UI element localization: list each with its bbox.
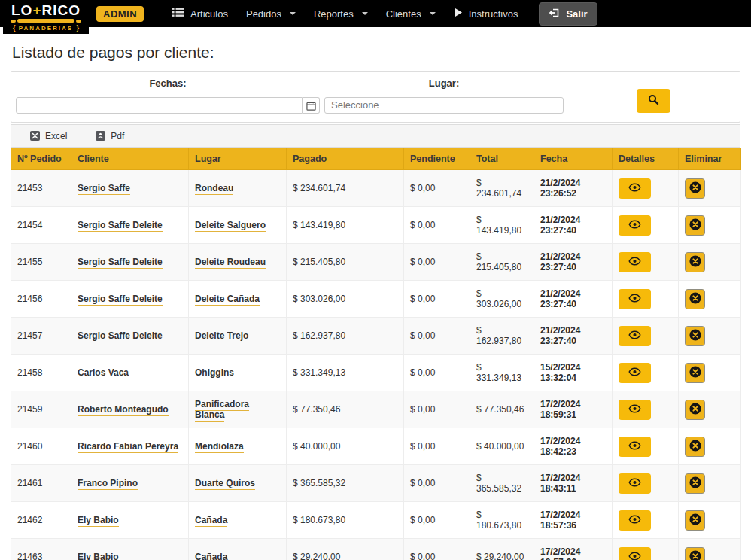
detalles-button[interactable] [619, 510, 651, 531]
cliente-link[interactable]: Ely Babio [78, 552, 119, 560]
header-cliente: Cliente [71, 148, 189, 170]
detalles-cell [613, 281, 679, 318]
lugar-link[interactable]: Deleite Roudeau [195, 257, 266, 269]
detalles-button[interactable] [619, 289, 651, 309]
lugar-cell: Panificadora Blanca [189, 391, 287, 428]
lugar-cell: Deleite Trejo [189, 318, 287, 355]
eliminar-button[interactable] [685, 326, 705, 346]
lugar-link[interactable]: Mendiolaza [195, 441, 244, 453]
eye-icon [628, 515, 641, 526]
detalles-cell [613, 465, 679, 502]
pagado-cell: $ 303.026,00 [287, 281, 404, 318]
detalles-button[interactable] [619, 473, 651, 494]
x-circle-icon [689, 403, 701, 417]
logout-button[interactable]: Salir [539, 2, 597, 26]
fecha-cell: 21/2/2024 23:27:40 [534, 281, 613, 318]
x-circle-icon [689, 476, 701, 491]
nav-item-clientes[interactable]: Clientes [377, 2, 445, 26]
cliente-link[interactable]: Sergio Saffe Deleite [78, 220, 163, 232]
cliente-cell: Sergio Saffe Deleite [71, 318, 189, 355]
calendar-icon[interactable] [303, 97, 320, 114]
cliente-link[interactable]: Roberto Monteagudo [78, 404, 169, 416]
detalles-button[interactable] [619, 215, 651, 236]
x-circle-icon [689, 218, 701, 233]
cliente-link[interactable]: Franco Pipino [78, 478, 138, 490]
eliminar-button[interactable] [685, 178, 705, 199]
pedido-cell: 21453 [11, 170, 71, 207]
eliminar-button[interactable] [685, 547, 705, 560]
cliente-link[interactable]: Sergio Saffe [78, 183, 130, 195]
lugar-link[interactable]: Deleite Cañada [195, 294, 260, 306]
payments-table: Nº Pedido Cliente Lugar Pagado Pendiente… [11, 148, 741, 560]
eliminar-button[interactable] [685, 437, 705, 457]
eliminar-button[interactable] [685, 252, 705, 272]
nav-item-articulos[interactable]: Articulos [163, 1, 237, 26]
detalles-button[interactable] [619, 326, 651, 346]
lugar-link[interactable]: Deleite Trejo [195, 330, 248, 342]
eliminar-button[interactable] [685, 400, 705, 420]
nav-item-pedidos[interactable]: Pedidos [237, 2, 305, 26]
lugar-cell: Deleite Salguero [189, 207, 287, 244]
detalles-cell [613, 318, 679, 355]
x-circle-icon [689, 550, 701, 560]
eliminar-cell [679, 391, 741, 428]
cliente-link[interactable]: Ely Babio [78, 515, 119, 527]
eye-icon [628, 220, 641, 231]
fecha-input[interactable] [16, 97, 303, 114]
lugar-link[interactable]: Duarte Quiros [195, 478, 255, 490]
table-row: 21455 Sergio Saffe Deleite Deleite Roude… [11, 244, 741, 281]
table-row: 21454 Sergio Saffe Deleite Deleite Salgu… [11, 207, 741, 244]
detalles-button[interactable] [619, 252, 651, 272]
admin-badge: ADMIN [96, 6, 144, 22]
table-row: 21462 Ely Babio Cañada $ 180.673,80 $ 0,… [11, 502, 741, 539]
eliminar-button[interactable] [685, 215, 705, 236]
eliminar-button[interactable] [685, 289, 705, 309]
detalles-button[interactable] [619, 178, 651, 199]
lugar-link[interactable]: Rondeau [195, 183, 233, 195]
table-row: 21458 Carlos Vaca Ohiggins $ 331.349,13 … [11, 355, 741, 391]
nav-item-reportes[interactable]: Reportes [305, 2, 377, 26]
detalles-button[interactable] [619, 400, 651, 420]
eliminar-button[interactable] [685, 363, 705, 383]
export-pdf-button[interactable]: Pdf [87, 128, 133, 145]
lugar-cell: Rondeau [189, 170, 287, 207]
lugar-select[interactable]: Seleccione [324, 97, 564, 114]
x-circle-icon [689, 366, 701, 380]
excel-icon [30, 131, 40, 141]
table-header-row: Nº Pedido Cliente Lugar Pagado Pendiente… [11, 148, 741, 170]
logo[interactable]: LO+RICO { PANADERIAS } [3, 0, 89, 34]
x-circle-icon [689, 513, 701, 528]
pendiente-cell: $ 0,00 [404, 465, 470, 502]
cliente-link[interactable]: Sergio Saffe Deleite [78, 294, 163, 306]
total-cell: $ 29.240,00 [470, 539, 534, 560]
search-button[interactable] [637, 89, 670, 113]
lugar-link[interactable]: Panificadora Blanca [195, 399, 249, 422]
table-row: 21459 Roberto Monteagudo Panificadora Bl… [11, 391, 741, 428]
nav-item-instructivos[interactable]: Instructivos [445, 1, 528, 26]
pedido-cell: 21456 [11, 281, 71, 318]
cliente-link[interactable]: Sergio Saffe Deleite [78, 330, 163, 342]
eliminar-button[interactable] [685, 510, 705, 531]
detalles-button[interactable] [619, 437, 651, 457]
fecha-cell: 21/2/2024 23:27:40 [534, 318, 613, 355]
detalles-button[interactable] [619, 363, 651, 383]
lugar-link[interactable]: Cañada [195, 515, 227, 527]
eliminar-cell [679, 355, 741, 391]
eliminar-cell [679, 318, 741, 355]
lugar-link[interactable]: Deleite Salguero [195, 220, 266, 232]
detalles-button[interactable] [619, 547, 651, 560]
pagado-cell: $ 162.937,80 [287, 318, 404, 355]
pedido-cell: 21459 [11, 391, 71, 428]
cliente-link[interactable]: Carlos Vaca [78, 367, 129, 379]
table-row: 21456 Sergio Saffe Deleite Deleite Cañad… [11, 281, 741, 318]
lugar-label: Lugar: [324, 78, 564, 89]
export-excel-button[interactable]: Excel [21, 128, 76, 145]
lugar-link[interactable]: Ohiggins [195, 367, 234, 379]
cliente-link[interactable]: Ricardo Fabian Pereyra [78, 441, 178, 453]
eliminar-button[interactable] [685, 473, 705, 494]
eye-icon [628, 257, 641, 268]
cliente-link[interactable]: Sergio Saffe Deleite [78, 257, 163, 269]
total-cell: $ 303.026,00 [470, 281, 534, 318]
header-eliminar: Eliminar [679, 148, 741, 170]
lugar-link[interactable]: Cañada [195, 552, 227, 560]
